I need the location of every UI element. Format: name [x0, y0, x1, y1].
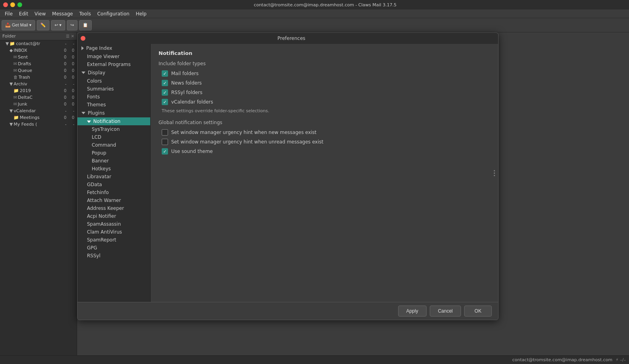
checkbox-news-folders[interactable] — [162, 80, 168, 86]
nav-popup[interactable]: Popup — [77, 149, 150, 157]
dialog-close-button[interactable] — [81, 36, 85, 41]
scroll-dots — [494, 170, 495, 176]
folder-item-inbox[interactable]: ◆ INBOX 0 0 — [0, 47, 77, 54]
menu-message[interactable]: Message — [49, 10, 76, 17]
checkbox-urgency-unread-label: Set window manager urgency hint when unr… — [171, 139, 323, 145]
checkbox-row-urgency-new: Set window manager urgency hint when new… — [159, 129, 490, 136]
nav-display[interactable]: Display — [77, 68, 150, 77]
folder-name-contact: contact@tr — [16, 41, 59, 46]
close-button[interactable] — [3, 2, 8, 7]
dialog-title: Preferences — [88, 36, 495, 41]
toolbar-get-mail[interactable]: 📥 Get Mail ▾ — [2, 20, 35, 30]
checkbox-row-vcalendar: vCalendar folders — [159, 99, 490, 105]
folder-panel-header: Folder ☰ ✕ — [0, 32, 77, 40]
nav-spamassassin[interactable]: SpamAssassin — [77, 220, 150, 228]
checkbox-urgency-unread[interactable] — [162, 139, 168, 145]
nav-notification[interactable]: Notification — [77, 117, 150, 125]
folder-name-vcalendar: vCalendar — [13, 108, 59, 113]
nav-address-keeper[interactable]: Address Keeper — [77, 204, 150, 212]
toolbar-reply[interactable]: ↩ ▾ — [51, 20, 65, 30]
folder-name-meetings: Meetings — [20, 115, 59, 120]
apply-button[interactable]: Apply — [398, 306, 427, 317]
checkbox-row-news: News folders — [159, 80, 490, 86]
cancel-button[interactable]: Cancel — [430, 306, 461, 317]
folder-item-2019[interactable]: 📁 2019 0 0 — [0, 87, 77, 94]
folder-name-drafts: Drafts — [18, 61, 59, 66]
expand-icon-page-index — [81, 46, 84, 50]
folder-name-deltac: DeltaC — [18, 95, 59, 100]
expand-icon: ▼ — [6, 41, 9, 46]
folder-name-trash: Trash — [19, 75, 59, 80]
checkbox-mail-label: Mail folders — [171, 71, 198, 76]
content-pane: Notification Include folder types Mail f… — [151, 44, 498, 302]
folder-item-sent[interactable]: ✉ Sent 0 0 — [0, 54, 77, 60]
expand-icon-notification — [87, 121, 91, 123]
nav-gdata[interactable]: GData — [77, 181, 150, 189]
checkbox-news-label: News folders — [171, 80, 202, 86]
nav-systrayicon[interactable]: SysTrayicon — [77, 125, 150, 133]
nav-external-programs[interactable]: External Programs — [77, 60, 150, 68]
folder-item-contact[interactable]: ▼ 📁 contact@tr - - — [0, 40, 77, 47]
status-bar-text: contact@tromsite.com@imap.dreamhost.com — [3, 357, 612, 362]
folder-item-drafts[interactable]: ✉ Drafts 0 0 — [0, 60, 77, 67]
menu-file[interactable]: File — [2, 10, 16, 17]
checkbox-row-urgency-unread: Set window manager urgency hint when unr… — [159, 139, 490, 145]
status-bar: contact@tromsite.com@imap.dreamhost.com … — [0, 355, 629, 364]
folder-item-archive[interactable]: ▼ Archiv - - — [0, 81, 77, 87]
nav-fonts[interactable]: Fonts — [77, 93, 150, 101]
nav-attach-warner[interactable]: Attach Warner — [77, 196, 150, 204]
menu-help[interactable]: Help — [132, 10, 149, 17]
folder-item-meetings[interactable]: 📁 Meetings 0 0 — [0, 114, 77, 121]
toolbar-compose[interactable]: ✏️ — [37, 20, 49, 30]
nav-lcd[interactable]: LCD — [77, 133, 150, 141]
checkbox-urgency-new[interactable] — [162, 129, 168, 136]
folder-panel-icons: ☰ ✕ — [66, 34, 74, 38]
nav-hotkeys[interactable]: Hotkeys — [77, 165, 150, 173]
nav-plugins[interactable]: Plugins — [77, 109, 150, 117]
nav-colors[interactable]: Colors — [77, 77, 150, 85]
nav-libravatar[interactable]: Libravatar — [77, 173, 150, 181]
checkbox-rssyl-folders[interactable] — [162, 89, 168, 96]
checkbox-vcalendar-folders[interactable] — [162, 99, 168, 105]
nav-command[interactable]: Command — [77, 141, 150, 149]
nav-clam-antivirus[interactable]: Clam AntiVirus — [77, 228, 150, 236]
dialog-footer: Apply Cancel OK — [77, 302, 498, 320]
nav-gpg[interactable]: GPG — [77, 244, 150, 252]
folder-item-vcalendar[interactable]: ▼ vCalendar - - — [0, 108, 77, 114]
folder-name-2019: 2019 — [20, 88, 59, 93]
menu-tools[interactable]: Tools — [76, 10, 94, 17]
nav-rssyl[interactable]: RSSyl — [77, 252, 150, 260]
nav-themes[interactable]: Themes — [77, 101, 150, 109]
maximize-button[interactable] — [17, 2, 22, 7]
nav-page-index[interactable]: Page Index — [77, 44, 150, 53]
menu-configuration[interactable]: Configuration — [94, 10, 132, 17]
folder-item-deltac[interactable]: ✉ DeltaC 0 0 — [0, 94, 77, 101]
folder-name-sent: Sent — [18, 55, 59, 60]
folder-item-myfeeds[interactable]: ▼ My Feeds ( - - — [0, 121, 77, 128]
nav-image-viewer[interactable]: Image Viewer — [77, 53, 150, 60]
checkbox-urgency-new-label: Set window manager urgency hint when new… — [171, 130, 317, 135]
expand-icon-myfeeds: ▼ — [9, 122, 13, 127]
include-folder-types-title: Include folder types — [159, 61, 490, 66]
ok-button[interactable]: OK — [464, 306, 492, 317]
folder-item-trash[interactable]: 🗑 Trash 0 0 — [0, 74, 77, 81]
checkbox-mail-folders[interactable] — [162, 70, 168, 77]
nav-acpi-notifier[interactable]: Acpi Notifier — [77, 212, 150, 220]
nav-fetchinfo[interactable]: Fetchinfo — [77, 189, 150, 196]
folder-panel-title: Folder — [2, 34, 16, 39]
folder-item-junk[interactable]: ✉ Junk 0 0 — [0, 101, 77, 108]
nav-banner[interactable]: Banner — [77, 157, 150, 165]
folder-name-myfeeds: My Feeds ( — [13, 122, 59, 127]
nav-summaries[interactable]: Summaries — [77, 85, 150, 93]
toolbar-move[interactable]: 📋 — [79, 20, 92, 30]
folder-item-queue[interactable]: ✉ Queue 0 0 — [0, 67, 77, 74]
menu-view[interactable]: View — [31, 10, 49, 17]
folder-name-inbox: INBOX — [13, 48, 59, 53]
dialog-body: Page Index Image Viewer External Program… — [77, 44, 498, 302]
menu-edit[interactable]: Edit — [16, 10, 31, 17]
toolbar-forward[interactable]: ↪ — [67, 20, 77, 30]
nav-spamreport[interactable]: SpamReport — [77, 236, 150, 244]
checkbox-sound-theme[interactable] — [162, 148, 168, 155]
minimize-button[interactable] — [10, 2, 15, 7]
checkbox-row-rssyl: RSSyl folders — [159, 89, 490, 96]
